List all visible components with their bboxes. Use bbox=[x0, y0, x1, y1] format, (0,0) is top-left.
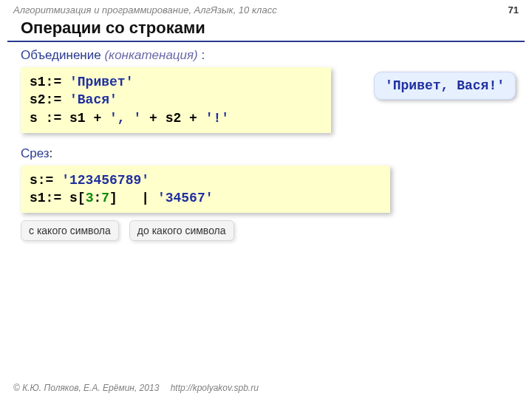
code-frag: + s2 + bbox=[141, 111, 205, 126]
section-concat-heading: Объединение (конкатенация) : bbox=[21, 48, 511, 63]
heading-colon: : bbox=[50, 146, 53, 160]
footer: © К.Ю. Поляков, Е.А. Ерёмин, 2013 http:/… bbox=[13, 383, 259, 393]
code-str: '!' bbox=[205, 111, 229, 126]
footer-url: http://kpolyakov.spb.ru bbox=[171, 383, 259, 393]
code-frag: : bbox=[93, 191, 101, 205]
page-number: 71 bbox=[508, 4, 519, 16]
code-frag: s := s1 + bbox=[30, 111, 109, 126]
code-str: '34567' bbox=[157, 191, 214, 205]
heading-colon: : bbox=[198, 48, 205, 62]
label-from: с какого символа bbox=[21, 220, 119, 241]
header: Алгоритмизация и программирование, АлгЯз… bbox=[0, 0, 532, 17]
copyright: © К.Ю. Поляков, Е.А. Ерёмин, 2013 bbox=[13, 383, 159, 393]
code-concat: s1:= 'Привет' s2:= 'Вася' s := s1 + ', '… bbox=[21, 67, 331, 133]
code-frag: s1:= bbox=[30, 75, 69, 89]
course-label: Алгоритмизация и программирование, АлгЯз… bbox=[13, 4, 277, 16]
slice-labels: с какого символа до какого символа bbox=[21, 220, 511, 241]
heading-paren: (конкатенация) bbox=[104, 48, 197, 62]
page-title: Операции со строками bbox=[7, 17, 525, 42]
code-slice: s:= '123456789' s1:= s[3:7] | '34567' bbox=[21, 166, 390, 214]
section-slice-heading: Срез: bbox=[21, 146, 511, 161]
code-frag: s:= bbox=[30, 173, 61, 188]
label-to: до какого символа bbox=[129, 220, 234, 241]
code-frag: s1:= s[ bbox=[30, 191, 86, 205]
code-frag: s2:= bbox=[30, 92, 69, 107]
heading-word: Объединение bbox=[21, 48, 101, 62]
code-str: ', ' bbox=[109, 111, 141, 126]
code-idx: 7 bbox=[101, 191, 109, 205]
code-str: '123456789' bbox=[61, 173, 149, 188]
code-idx: 3 bbox=[86, 191, 94, 205]
concat-block: s1:= 'Привет' s2:= 'Вася' s := s1 + ', '… bbox=[21, 67, 511, 133]
code-str: 'Привет' bbox=[69, 75, 133, 89]
code-str: 'Вася' bbox=[69, 92, 117, 107]
result-bubble: 'Привет, Вася!' bbox=[374, 72, 516, 100]
code-frag: ] | bbox=[109, 191, 157, 205]
heading-word: Срез bbox=[21, 146, 50, 160]
